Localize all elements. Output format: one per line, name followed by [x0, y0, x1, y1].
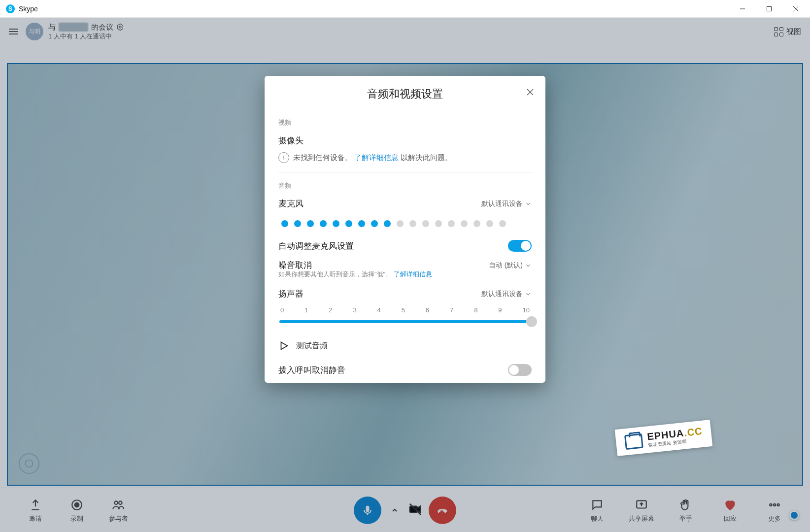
tick-label: 0 [280, 306, 284, 314]
video-section-label: 视频 [278, 118, 532, 127]
camera-warning-text-2: 以解决此问题。 [401, 153, 452, 162]
chevron-down-icon [525, 200, 532, 207]
microphone-device: 默认通讯设备 [481, 200, 523, 208]
modal-title: 音频和视频设置 [367, 87, 443, 101]
auto-adjust-label: 自动调整麦克风设置 [278, 240, 354, 252]
microphone-level-meter [278, 213, 532, 236]
window-title: Skype [19, 5, 38, 13]
speaker-device: 默认通讯设备 [481, 290, 523, 299]
level-dot [345, 220, 352, 227]
test-audio-label: 测试音频 [296, 341, 328, 351]
svg-marker-19 [281, 342, 288, 350]
noise-learn-more-link[interactable]: 了解详细信息 [394, 270, 432, 278]
noise-cancel-desc: 如果你想要其他人听到音乐，选择"低"。 [278, 270, 392, 278]
level-dot [397, 220, 404, 227]
test-audio-button[interactable]: 测试音频 [278, 332, 532, 360]
chevron-down-icon [525, 291, 532, 298]
camera-warning-text: 未找到任何设备。 [293, 153, 352, 162]
briefcase-icon [624, 433, 643, 450]
speaker-row[interactable]: 扬声器 默认通讯设备 [278, 284, 532, 303]
window-minimize-button[interactable] [729, 0, 756, 18]
level-dot [473, 220, 480, 227]
tick-label: 7 [450, 306, 453, 314]
microphone-row[interactable]: 麦克风 默认通讯设备 [278, 194, 532, 213]
unmute-incoming-label: 拨入呼叫取消静音 [278, 365, 345, 376]
level-dot [486, 220, 493, 227]
titlebar: S Skype [0, 0, 810, 18]
level-dot [499, 220, 506, 227]
play-icon [278, 340, 289, 351]
microphone-label: 麦克风 [278, 198, 304, 209]
level-dot [294, 220, 301, 227]
tick-label: 9 [498, 306, 502, 314]
window-maximize-button[interactable] [756, 0, 782, 18]
audio-section-label: 音频 [278, 181, 532, 190]
tick-label: 5 [402, 306, 405, 314]
divider [278, 282, 532, 282]
tick-label: 1 [304, 306, 308, 314]
auto-adjust-row: 自动调整麦克风设置 [278, 236, 532, 256]
level-dot [422, 220, 429, 227]
speaker-label: 扬声器 [278, 288, 304, 299]
level-dot [320, 220, 327, 227]
level-dot [448, 220, 455, 227]
window-close-button[interactable] [782, 0, 809, 18]
level-dot [435, 220, 442, 227]
level-dot [409, 220, 416, 227]
av-settings-modal: 音频和视频设置 视频 摄像头 ! 未找到任何设备。 了解详细信息 以解决此问题。… [265, 76, 545, 383]
auto-adjust-toggle[interactable] [508, 240, 532, 252]
level-dot [333, 220, 339, 227]
level-dot [307, 220, 314, 227]
tick-label: 4 [377, 306, 381, 314]
tick-label: 3 [353, 306, 356, 314]
modal-close-button[interactable] [526, 88, 535, 99]
level-dot [281, 220, 288, 227]
unmute-incoming-row: 拨入呼叫取消静音 [278, 360, 532, 380]
camera-learn-more-link[interactable]: 了解详细信息 [354, 153, 399, 162]
noise-cancel-value: 自动 (默认) [489, 261, 523, 270]
tick-label: 6 [426, 306, 429, 314]
tick-label: 10 [522, 306, 529, 314]
watermark-tld: .CC [683, 426, 703, 438]
level-dot [461, 220, 468, 227]
info-icon: ! [278, 152, 289, 163]
noise-cancel-row[interactable]: 噪音取消 自动 (默认) [278, 256, 532, 271]
level-dot [358, 220, 365, 227]
noise-cancel-label: 噪音取消 [278, 260, 312, 271]
camera-label: 摄像头 [278, 135, 304, 146]
camera-warning: ! 未找到任何设备。 了解详细信息 以解决此问题。 [278, 150, 532, 170]
tick-label: 2 [329, 306, 332, 314]
level-dot [371, 220, 378, 227]
chevron-down-icon [525, 262, 532, 269]
unmute-incoming-toggle[interactable] [508, 364, 532, 376]
skype-logo-icon: S [6, 4, 15, 13]
level-dot [384, 220, 391, 227]
svg-rect-1 [767, 6, 772, 11]
app-root: 与明 与 的会议 1 人中有 1 人在通话中 视图 邀请 录 [0, 18, 810, 532]
speaker-volume-slider[interactable]: 012345678910 [278, 303, 532, 332]
divider [278, 172, 532, 172]
tick-label: 8 [474, 306, 477, 314]
